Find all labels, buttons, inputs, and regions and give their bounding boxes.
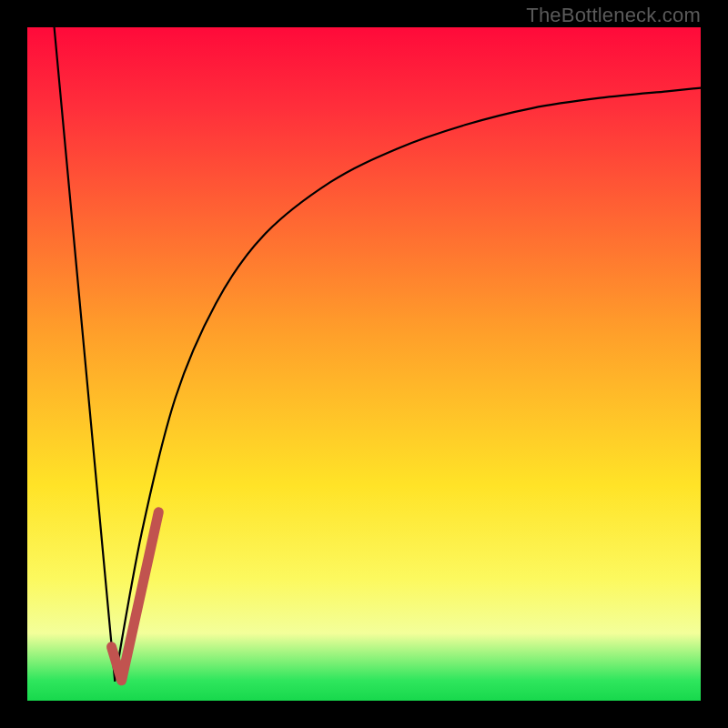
watermark-text: TheBottleneck.com [526, 4, 701, 27]
outer-frame: TheBottleneck.com [0, 0, 728, 728]
curve-left-descent [55, 27, 116, 681]
chart-svg [27, 27, 701, 701]
tick-mark [112, 512, 159, 681]
curve-right-ascent [115, 88, 701, 681]
